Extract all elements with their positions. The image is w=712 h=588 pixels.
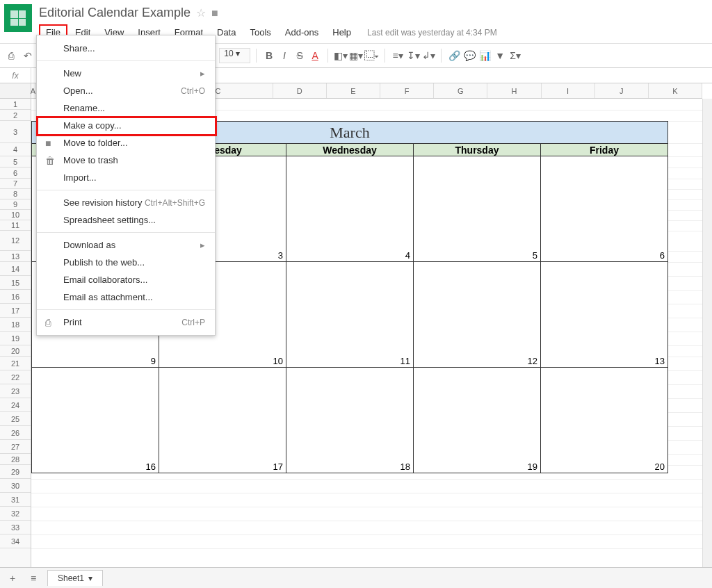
wrap-button[interactable]: ↲▾ (421, 48, 435, 63)
row-header[interactable]: 25 (0, 412, 31, 426)
row-header[interactable]: 13 (0, 251, 31, 262)
row-header[interactable]: 2 (0, 110, 31, 121)
row-header[interactable]: 7 (0, 179, 31, 189)
functions-button[interactable]: Σ▾ (508, 48, 522, 63)
h-align-button[interactable]: ≡▾ (391, 48, 405, 63)
col-header[interactable]: F (380, 83, 434, 98)
row-header[interactable]: 5 (0, 156, 31, 168)
calendar-cell[interactable]: 13 (541, 262, 668, 368)
col-header[interactable]: K (649, 83, 702, 98)
borders-button[interactable]: ▦▾ (349, 48, 363, 63)
font-size-select[interactable]: 10 ▾ (219, 48, 250, 63)
italic-button[interactable]: I (277, 48, 291, 63)
undo-icon[interactable]: ↶ (21, 48, 35, 63)
row-header[interactable]: 34 (0, 534, 31, 548)
row-header[interactable]: 26 (0, 426, 31, 440)
col-header[interactable]: H (487, 83, 541, 98)
col-header[interactable]: D (273, 83, 327, 98)
last-edit-text[interactable]: Last edit was yesterday at 4:34 PM (367, 28, 497, 38)
row-header[interactable]: 19 (0, 332, 31, 345)
row-header[interactable]: 1 (0, 99, 31, 110)
strike-button[interactable]: S (293, 48, 307, 63)
row-header[interactable]: 4 (0, 143, 31, 156)
bold-button[interactable]: B (262, 48, 276, 63)
row-header[interactable]: 29 (0, 465, 31, 479)
menu-move-folder[interactable]: ■Move to folder... (37, 134, 215, 152)
row-header[interactable]: 24 (0, 398, 31, 412)
row-header[interactable]: 32 (0, 507, 31, 521)
row-header[interactable]: 12 (0, 231, 31, 251)
menu-add-ons[interactable]: Add-ons (279, 24, 325, 40)
row-header[interactable]: 20 (0, 345, 31, 357)
row-header[interactable]: 8 (0, 189, 31, 199)
sheet-tab-sheet1[interactable]: Sheet1 ▾ (47, 570, 103, 586)
row-header[interactable]: 15 (0, 276, 31, 290)
row-header[interactable]: 14 (0, 262, 31, 276)
row-header[interactable]: 23 (0, 384, 31, 398)
fill-color-button[interactable]: ◧▾ (334, 48, 348, 63)
menu-download[interactable]: Download as▸ (37, 236, 215, 254)
menu-make-copy[interactable]: Make a copy... (37, 117, 215, 134)
v-align-button[interactable]: ↧▾ (406, 48, 420, 63)
menu-email-collab[interactable]: Email collaborators... (37, 271, 215, 288)
sheets-logo[interactable] (4, 4, 32, 32)
row-header[interactable]: 31 (0, 493, 31, 507)
menu-rename[interactable]: Rename... (37, 99, 215, 117)
menu-tools[interactable]: Tools (243, 24, 277, 40)
calendar-cell[interactable]: 18 (286, 368, 414, 473)
row-header[interactable]: 9 (0, 199, 31, 210)
col-header[interactable]: E (327, 83, 380, 98)
calendar-cell[interactable]: 12 (414, 262, 541, 368)
merge-button[interactable]: ⿺▾ (364, 48, 379, 63)
doc-title[interactable]: Editorial Calendar Example (39, 6, 191, 20)
vertical-scrollbar[interactable] (702, 99, 712, 567)
chart-button[interactable]: 📊 (478, 48, 492, 63)
menu-share[interactable]: Share... (37, 40, 215, 57)
row-header[interactable]: 21 (0, 357, 31, 370)
menu-revision[interactable]: See revision historyCtrl+Alt+Shift+G (37, 194, 215, 211)
calendar-cell[interactable]: 6 (541, 156, 668, 262)
menu-help[interactable]: Help (326, 24, 357, 40)
row-header[interactable]: 18 (0, 318, 31, 332)
calendar-cell[interactable]: 11 (286, 262, 414, 368)
row-header[interactable]: 30 (0, 479, 31, 493)
link-button[interactable]: 🔗 (447, 48, 461, 63)
col-header[interactable]: G (434, 83, 487, 98)
menu-email-attach[interactable]: Email as attachment... (37, 288, 215, 306)
row-header[interactable]: 11 (0, 220, 31, 231)
row-header[interactable]: 10 (0, 210, 31, 220)
filter-button[interactable]: ▼ (493, 48, 507, 63)
row-header[interactable]: 22 (0, 370, 31, 384)
calendar-cell[interactable]: 20 (541, 368, 668, 473)
row-header[interactable]: 3 (0, 121, 31, 143)
menu-new[interactable]: New▸ (37, 65, 215, 82)
row-header[interactable]: 33 (0, 521, 31, 534)
menu-move-trash[interactable]: 🗑Move to trash (37, 152, 215, 169)
col-header[interactable]: I (542, 83, 595, 98)
text-color-button[interactable]: A (308, 48, 322, 63)
row-header[interactable]: 16 (0, 290, 31, 304)
menu-import[interactable]: Import... (37, 169, 215, 186)
sheet-tabs-bar: + ≡ Sheet1 ▾ (0, 567, 712, 588)
row-header[interactable]: 17 (0, 304, 31, 318)
comment-button[interactable]: 💬 (462, 48, 476, 63)
row-header[interactable]: 6 (0, 168, 31, 179)
row-header[interactable]: 27 (0, 440, 31, 454)
star-icon[interactable]: ☆ (196, 6, 206, 19)
calendar-cell[interactable]: 19 (414, 368, 541, 473)
menu-settings[interactable]: Spreadsheet settings... (37, 211, 215, 229)
row-header[interactable]: 28 (0, 454, 31, 465)
all-sheets-button[interactable]: ≡ (26, 571, 40, 586)
select-all-corner[interactable] (0, 83, 31, 99)
calendar-cell[interactable]: 16 (32, 368, 159, 473)
menu-publish[interactable]: Publish to the web... (37, 254, 215, 271)
menu-open[interactable]: Open...Ctrl+O (37, 82, 215, 99)
print-icon[interactable]: ⎙ (4, 48, 18, 63)
folder-icon[interactable]: ■ (211, 7, 218, 19)
calendar-cell[interactable]: 17 (159, 368, 286, 473)
calendar-cell[interactable]: 5 (414, 156, 541, 262)
col-header[interactable]: J (595, 83, 649, 98)
calendar-cell[interactable]: 4 (286, 156, 414, 262)
menu-print[interactable]: ⎙PrintCtrl+P (37, 313, 215, 331)
add-sheet-button[interactable]: + (6, 571, 19, 586)
